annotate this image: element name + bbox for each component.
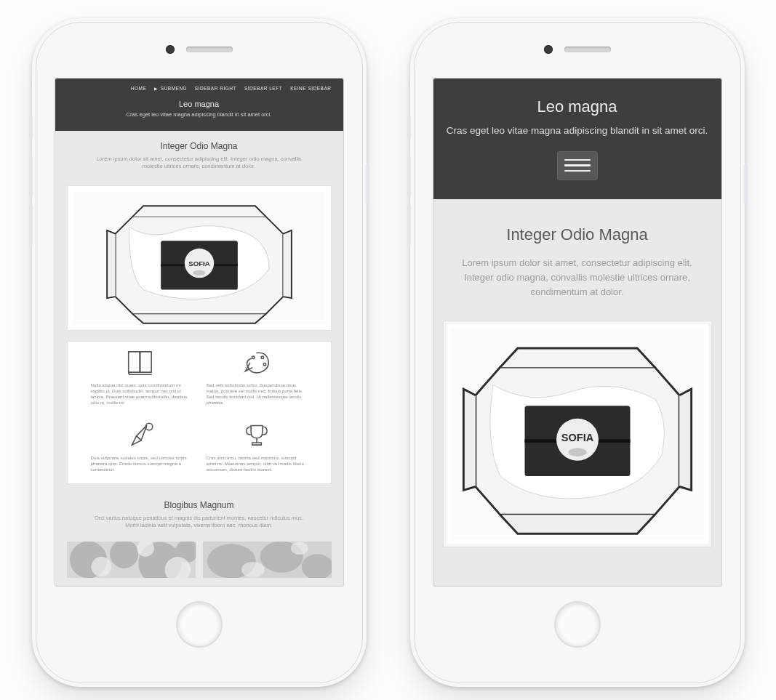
nav-item-home[interactable]: HOME [131, 86, 147, 91]
svg-point-9 [263, 363, 265, 366]
top-navigation: HOME ▶SUBMENÜ SIDEBAR RIGHT SIDEBAR LEFT… [63, 83, 336, 97]
site-title: Leo magna [444, 97, 711, 116]
nav-item-submenu[interactable]: ▶SUBMENÜ [154, 86, 187, 91]
blog-section: Blogibus Magnum Orci varius natoque pena… [55, 494, 343, 542]
site-title: Leo magna [63, 100, 336, 108]
svg-point-18 [91, 557, 111, 577]
feature-text: Duis vulputate sodales turpis, sed ultri… [91, 455, 192, 472]
volume-down-button [407, 206, 411, 246]
front-camera-icon [544, 45, 553, 54]
blog-heading: Blogibus Magnum [77, 500, 321, 510]
intro-heading: Integer Odio Magna [448, 225, 707, 244]
hamburger-line-icon [564, 170, 591, 172]
submenu-indicator-icon: ▶ [154, 86, 159, 91]
intro-lead: Lorem ipsum dolor sit amet, consectetur … [90, 156, 308, 171]
svg-point-26 [290, 542, 308, 555]
nav-item-no-sidebar[interactable]: KEINE SIDEBAR [290, 86, 331, 91]
blog-thumbnail[interactable] [67, 542, 196, 578]
volume-up-button [29, 156, 33, 196]
home-button[interactable] [554, 601, 601, 648]
volume-up-button [407, 156, 411, 196]
blog-image-row [55, 542, 343, 578]
feature-text: Sed velit sollicitudin tortor. Suspendis… [207, 382, 308, 406]
features-grid: Nulla aliquet nisl quam, quis condimentu… [67, 341, 332, 483]
svg-text:SOFIA: SOFIA [561, 432, 593, 443]
phone-top-hardware [166, 41, 233, 57]
svg-point-25 [241, 561, 264, 577]
volume-down-button [29, 206, 33, 246]
art-icon [239, 346, 274, 378]
site-subtitle: Cras eget leo vitae magna adipiscing bla… [444, 124, 711, 138]
feature-trophy: Cras arcu arcu, lacinia sed maximus, sus… [207, 419, 308, 472]
hamburger-line-icon [564, 164, 591, 166]
home-button[interactable] [176, 601, 223, 648]
hamburger-line-icon [564, 159, 591, 161]
power-button [366, 164, 369, 204]
book-icon [124, 346, 159, 378]
svg-point-8 [261, 356, 263, 358]
nav-item-sidebar-right[interactable]: SIDEBAR RIGHT [195, 86, 236, 91]
intro-section: Integer Odio Magna Lorem ipsum dolor sit… [433, 199, 721, 321]
svg-point-7 [252, 356, 255, 358]
intro-heading: Integer Odio Magna [77, 141, 321, 151]
feature-art: Sed velit sollicitudin tortor. Suspendis… [207, 346, 308, 406]
power-button [744, 164, 748, 204]
nav-item-sidebar-left[interactable]: SIDEBAR LEFT [244, 86, 282, 91]
svg-point-5 [193, 270, 205, 275]
feature-text: Nulla aliquet nisl quam, quis condimentu… [91, 382, 192, 406]
product-image-card: SOFIA [444, 321, 711, 547]
mute-switch [29, 116, 33, 138]
site-header: Leo magna Cras eget leo vitae magna adip… [433, 79, 721, 199]
intro-section: Integer Odio Magna Lorem ipsum dolor sit… [55, 131, 343, 182]
front-camera-icon [166, 45, 175, 54]
speaker-slot-icon [186, 47, 233, 52]
product-box-illustration: SOFIA [73, 192, 325, 325]
intro-lead: Lorem ipsum dolor sit amet, consectetur … [448, 256, 707, 299]
product-image-card: SOFIA [67, 185, 332, 331]
feature-book: Nulla aliquet nisl quam, quis condimentu… [91, 346, 192, 406]
site-header: HOME ▶SUBMENÜ SIDEBAR RIGHT SIDEBAR LEFT… [55, 79, 343, 131]
trophy-icon [239, 419, 274, 451]
pen-icon [124, 419, 159, 451]
blog-thumbnail[interactable] [203, 542, 332, 578]
screen-mobile-layout: Leo magna Cras eget leo vitae magna adip… [433, 78, 722, 587]
blog-lead: Orci varius natoque penatibus et magnis … [90, 515, 308, 530]
feature-pen: Duis vulputate sodales turpis, sed ultri… [91, 419, 192, 472]
svg-text:SOFIA: SOFIA [188, 259, 209, 267]
phone-top-hardware [544, 41, 611, 57]
site-subtitle: Cras eget leo vitae magna adipiscing bla… [63, 111, 336, 119]
svg-point-32 [568, 448, 586, 456]
product-box-illustration: SOFIA [451, 329, 704, 539]
svg-line-10 [137, 436, 141, 440]
mute-switch [407, 116, 411, 138]
screen-desktop-layout: HOME ▶SUBMENÜ SIDEBAR RIGHT SIDEBAR LEFT… [55, 78, 344, 587]
menu-toggle-button[interactable] [557, 151, 598, 180]
phone-mockup-desktop-view: HOME ▶SUBMENÜ SIDEBAR RIGHT SIDEBAR LEFT… [32, 18, 367, 687]
feature-text: Cras arcu arcu, lacinia sed maximus, sus… [207, 455, 308, 472]
phone-mockup-mobile-view: Leo magna Cras eget leo vitae magna adip… [410, 18, 745, 687]
speaker-slot-icon [564, 47, 611, 52]
